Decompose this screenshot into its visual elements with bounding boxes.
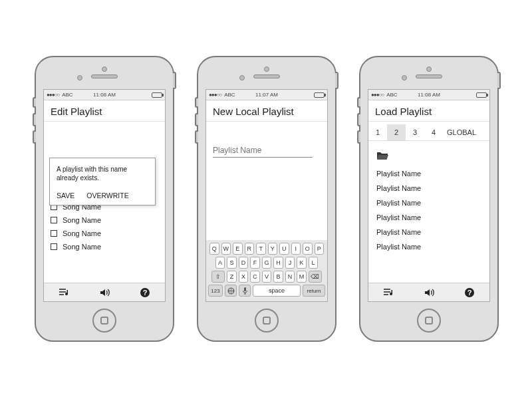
key-n[interactable]: N (285, 271, 295, 283)
clock: 11:07 AM (255, 92, 278, 98)
playlist-row[interactable]: Playlist Name (375, 225, 483, 239)
page-title: New Local Playlist (206, 100, 327, 122)
playlist-name-input[interactable]: Playlist Name (213, 146, 313, 158)
space-key[interactable]: space (253, 285, 301, 297)
key-x[interactable]: X (239, 271, 249, 283)
return-key[interactable]: return (303, 285, 325, 297)
key-u[interactable]: U (279, 243, 289, 255)
tab-bar: ? (44, 283, 165, 301)
numbers-key[interactable]: 123 (208, 285, 223, 297)
content-area: 1234GLOBAL Playlist NamePlaylist NamePla… (368, 122, 489, 283)
key-c[interactable]: C (250, 271, 260, 283)
checkbox-icon[interactable] (51, 243, 57, 250)
key-g[interactable]: G (262, 257, 272, 269)
svg-rect-3 (244, 287, 246, 291)
key-d[interactable]: D (239, 257, 249, 269)
shift-key[interactable]: ⇧ (211, 271, 225, 283)
clock: 11:08 AM (418, 92, 440, 98)
song-row[interactable]: Song Name (51, 240, 158, 253)
key-t[interactable]: T (256, 243, 266, 255)
song-label: Song Name (63, 216, 101, 224)
home-button[interactable] (417, 309, 441, 332)
sensor-dot (402, 75, 407, 80)
tab-bar: ? (368, 283, 489, 301)
earpiece (416, 74, 442, 78)
checkbox-icon[interactable] (51, 230, 57, 237)
bank-tab-global[interactable]: GLOBAL (443, 124, 480, 140)
page-title: Load Playlist (368, 100, 489, 122)
key-h[interactable]: H (273, 257, 283, 269)
key-e[interactable]: E (233, 243, 243, 255)
playlist-row[interactable]: Playlist Name (375, 196, 483, 210)
volume-up (195, 113, 198, 126)
home-button[interactable] (255, 309, 279, 332)
key-j[interactable]: J (285, 257, 295, 269)
globe-key[interactable] (225, 285, 237, 297)
playlist-icon[interactable] (383, 288, 395, 297)
key-o[interactable]: O (303, 243, 313, 255)
bank-tab-4[interactable]: 4 (424, 124, 443, 140)
key-w[interactable]: W (221, 243, 231, 255)
playlist-row[interactable]: Playlist Name (375, 166, 483, 181)
key-r[interactable]: R (245, 243, 255, 255)
save-button[interactable]: SAVE (57, 192, 74, 200)
phone-mockup-edit: ●●●○○ ABC 11:08 AM Edit Playlist Song Na… (35, 56, 174, 342)
volume-down (195, 130, 198, 144)
page-title: Edit Playlist (44, 100, 165, 122)
help-icon[interactable]: ? (140, 287, 150, 298)
song-row[interactable]: Song Name (51, 213, 158, 227)
screen: ●●●○○ ABC 11:08 AM Edit Playlist Song Na… (43, 89, 166, 302)
battery-icon (152, 92, 162, 98)
playlist-row[interactable]: Playlist Name (375, 210, 483, 225)
volume-icon[interactable] (424, 288, 436, 297)
backspace-key[interactable]: ⌫ (309, 271, 322, 283)
status-bar: ●●●○○ ABC 11:08 AM (44, 90, 165, 100)
overwrite-button[interactable]: OVERWRITE (86, 192, 128, 200)
key-k[interactable]: K (297, 257, 307, 269)
playlist-list: Playlist NamePlaylist NamePlaylist NameP… (375, 166, 483, 254)
volume-down (357, 130, 360, 144)
dialog-message: A playlist with this name already exists… (57, 165, 148, 182)
help-icon[interactable]: ? (464, 287, 475, 298)
camera-dot (264, 66, 269, 72)
key-y[interactable]: Y (268, 243, 278, 255)
battery-icon (476, 92, 487, 98)
earpiece (253, 74, 280, 78)
checkbox-icon[interactable] (51, 217, 57, 223)
screen: ●●●○○ ABC 11:08 AM Load Playlist 1234GLO… (368, 89, 490, 302)
song-label: Song Name (63, 243, 101, 251)
key-l[interactable]: L (309, 257, 319, 269)
key-q[interactable]: Q (209, 243, 219, 255)
key-i[interactable]: I (291, 243, 301, 255)
key-s[interactable]: S (227, 257, 237, 269)
sensor-dot (77, 75, 82, 80)
bank-tab-1[interactable]: 1 (368, 124, 387, 140)
volume-icon[interactable] (99, 288, 111, 297)
bank-tab-3[interactable]: 3 (406, 124, 424, 140)
playlist-row[interactable]: Playlist Name (375, 239, 483, 254)
key-a[interactable]: A (215, 257, 225, 269)
signal-dots: ●●●○○ (209, 92, 221, 98)
key-m[interactable]: M (297, 271, 307, 283)
status-bar: ●●●○○ ABC 11:08 AM (368, 90, 489, 100)
camera-dot (102, 66, 107, 72)
playlist-icon[interactable] (59, 288, 70, 297)
key-f[interactable]: F (250, 257, 260, 269)
home-button[interactable] (92, 309, 116, 332)
mute-switch (357, 97, 360, 108)
key-v[interactable]: V (262, 271, 272, 283)
mic-key[interactable] (239, 285, 251, 297)
soft-keyboard: QWERTYUIOP ASDFGHJKL ⇧ZXCVBNM⌫ 123 space… (206, 240, 327, 301)
content-area: Song Name Song Name Song Name Song Name … (44, 122, 165, 283)
bank-tab-2[interactable]: 2 (387, 124, 406, 140)
svg-text:?: ? (143, 289, 148, 297)
playlist-row[interactable]: Playlist Name (375, 181, 483, 196)
key-b[interactable]: B (273, 271, 283, 283)
key-z[interactable]: Z (227, 271, 237, 283)
sensor-dot (239, 75, 245, 80)
volume-up (357, 113, 360, 126)
folder-open-icon[interactable] (376, 150, 481, 161)
song-row[interactable]: Song Name (51, 227, 158, 240)
earpiece (91, 74, 118, 78)
key-p[interactable]: P (315, 243, 325, 255)
